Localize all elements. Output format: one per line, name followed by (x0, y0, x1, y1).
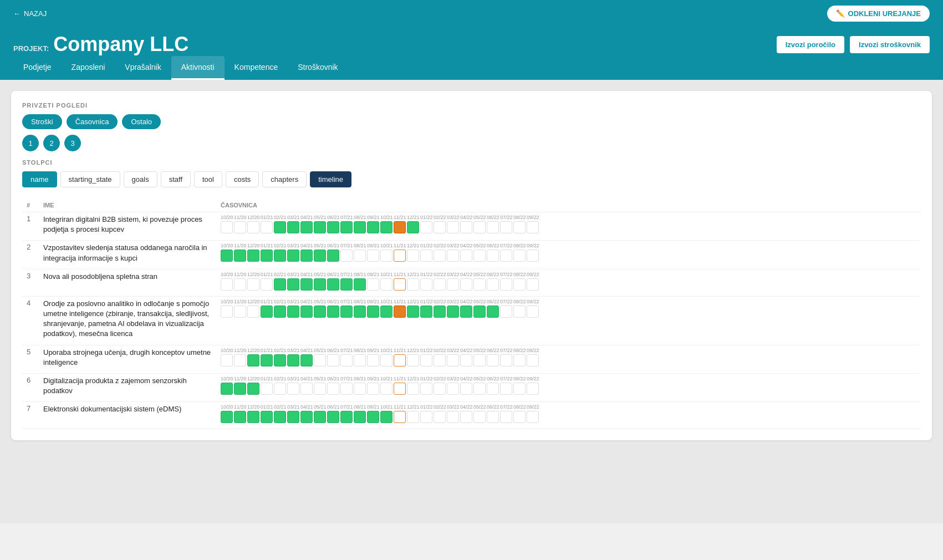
timeline-box[interactable] (460, 411, 472, 423)
timeline-box[interactable] (473, 383, 486, 395)
timeline-box[interactable] (261, 250, 273, 262)
timeline-box[interactable] (434, 306, 446, 318)
timeline-box[interactable] (274, 250, 286, 262)
timeline-box[interactable] (513, 411, 526, 423)
col-starting-state[interactable]: starting_state (60, 171, 120, 187)
timeline-box[interactable] (314, 278, 326, 291)
timeline-box[interactable] (380, 221, 393, 233)
timeline-box[interactable] (407, 250, 419, 262)
nav-zaposleni[interactable]: Zaposleni (62, 56, 115, 80)
timeline-box[interactable] (447, 250, 459, 262)
timeline-box[interactable] (327, 278, 339, 291)
timeline-box[interactable] (221, 383, 233, 395)
timeline-box[interactable] (434, 411, 446, 423)
timeline-box[interactable] (367, 221, 379, 233)
timeline-box[interactable] (394, 250, 406, 262)
timeline-box[interactable] (500, 250, 512, 262)
timeline-box[interactable] (407, 383, 419, 395)
timeline-box[interactable] (354, 250, 366, 262)
timeline-box[interactable] (500, 221, 512, 233)
timeline-box[interactable] (394, 354, 406, 366)
timeline-box[interactable] (327, 354, 339, 366)
timeline-box[interactable] (261, 354, 273, 366)
timeline-box[interactable] (473, 278, 486, 291)
pill-ostalo[interactable]: Ostalo (122, 114, 161, 129)
timeline-box[interactable] (314, 411, 326, 423)
timeline-box[interactable] (513, 306, 526, 318)
timeline-box[interactable] (287, 250, 299, 262)
timeline-box[interactable] (434, 278, 446, 291)
timeline-box[interactable] (487, 411, 499, 423)
timeline-box[interactable] (460, 250, 472, 262)
timeline-box[interactable] (340, 383, 353, 395)
timeline-box[interactable] (394, 306, 406, 318)
timeline-box[interactable] (221, 411, 233, 423)
timeline-box[interactable] (287, 221, 299, 233)
timeline-box[interactable] (327, 306, 339, 318)
col-timeline[interactable]: timeline (310, 171, 351, 187)
timeline-box[interactable] (247, 221, 259, 233)
timeline-box[interactable] (354, 278, 366, 291)
timeline-box[interactable] (460, 221, 472, 233)
timeline-box[interactable] (380, 354, 393, 366)
timeline-box[interactable] (394, 411, 406, 423)
timeline-box[interactable] (247, 411, 259, 423)
timeline-box[interactable] (354, 354, 366, 366)
timeline-box[interactable] (380, 278, 393, 291)
timeline-box[interactable] (367, 354, 379, 366)
timeline-box[interactable] (473, 221, 486, 233)
nav-podjetje[interactable]: Podjetje (13, 56, 62, 80)
timeline-box[interactable] (434, 383, 446, 395)
timeline-box[interactable] (527, 250, 539, 262)
timeline-box[interactable] (354, 221, 366, 233)
timeline-box[interactable] (340, 278, 353, 291)
timeline-box[interactable] (234, 250, 246, 262)
timeline-box[interactable] (500, 383, 512, 395)
nav-stroskovnik[interactable]: Stroškovnik (288, 56, 348, 80)
timeline-box[interactable] (340, 354, 353, 366)
timeline-box[interactable] (367, 306, 379, 318)
pill-stroski[interactable]: Stroški (22, 114, 62, 129)
timeline-box[interactable] (340, 221, 353, 233)
timeline-box[interactable] (487, 354, 499, 366)
timeline-box[interactable] (234, 306, 246, 318)
timeline-box[interactable] (300, 411, 313, 423)
col-goals[interactable]: goals (124, 171, 157, 187)
timeline-box[interactable] (234, 221, 246, 233)
pill-num-3[interactable]: 3 (64, 135, 81, 151)
timeline-box[interactable] (500, 354, 512, 366)
nav-kompetence[interactable]: Kompetence (225, 56, 288, 80)
timeline-box[interactable] (420, 278, 432, 291)
timeline-box[interactable] (420, 383, 432, 395)
timeline-box[interactable] (340, 411, 353, 423)
timeline-box[interactable] (340, 306, 353, 318)
timeline-box[interactable] (380, 411, 393, 423)
pill-num-1[interactable]: 1 (22, 135, 39, 151)
timeline-box[interactable] (407, 278, 419, 291)
timeline-box[interactable] (487, 278, 499, 291)
timeline-box[interactable] (394, 221, 406, 233)
col-staff[interactable]: staff (161, 171, 191, 187)
timeline-box[interactable] (513, 221, 526, 233)
timeline-box[interactable] (473, 354, 486, 366)
timeline-box[interactable] (473, 306, 486, 318)
timeline-box[interactable] (420, 221, 432, 233)
timeline-box[interactable] (287, 354, 299, 366)
timeline-box[interactable] (314, 383, 326, 395)
timeline-box[interactable] (221, 306, 233, 318)
timeline-box[interactable] (287, 411, 299, 423)
timeline-box[interactable] (487, 221, 499, 233)
timeline-box[interactable] (300, 306, 313, 318)
timeline-box[interactable] (354, 383, 366, 395)
timeline-box[interactable] (380, 250, 393, 262)
timeline-box[interactable] (380, 383, 393, 395)
timeline-box[interactable] (314, 306, 326, 318)
timeline-box[interactable] (261, 306, 273, 318)
timeline-box[interactable] (500, 411, 512, 423)
timeline-box[interactable] (407, 221, 419, 233)
timeline-box[interactable] (274, 354, 286, 366)
timeline-box[interactable] (527, 221, 539, 233)
timeline-box[interactable] (247, 250, 259, 262)
timeline-box[interactable] (447, 278, 459, 291)
timeline-box[interactable] (274, 278, 286, 291)
